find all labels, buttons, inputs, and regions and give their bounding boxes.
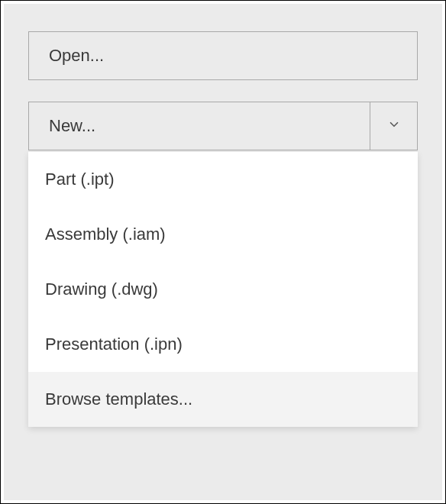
dropdown-item-label: Browse templates... (45, 389, 192, 409)
dropdown-item-label: Presentation (.ipn) (45, 334, 183, 354)
open-button[interactable]: Open... (28, 31, 418, 80)
chevron-down-icon (387, 118, 401, 134)
dropdown-item-presentation[interactable]: Presentation (.ipn) (28, 317, 418, 372)
dropdown-item-assembly[interactable]: Assembly (.iam) (28, 207, 418, 262)
new-button-label: New... (49, 116, 95, 136)
new-button-dropdown-toggle[interactable] (370, 102, 418, 150)
open-button-main[interactable]: Open... (28, 31, 418, 80)
panel: Open... New... Part (.ipt) Assembly (.ia… (4, 4, 442, 500)
new-button-main[interactable]: New... (28, 102, 370, 150)
dropdown-item-browse-templates[interactable]: Browse templates... (28, 372, 418, 427)
dropdown-item-drawing[interactable]: Drawing (.dwg) (28, 262, 418, 317)
dropdown-item-part[interactable]: Part (.ipt) (28, 152, 418, 207)
dropdown-item-label: Part (.ipt) (45, 170, 114, 189)
new-button[interactable]: New... (28, 102, 418, 150)
open-button-label: Open... (49, 46, 104, 66)
dropdown-item-label: Assembly (.iam) (45, 225, 166, 244)
new-dropdown-menu: Part (.ipt) Assembly (.iam) Drawing (.dw… (28, 152, 418, 427)
dropdown-item-label: Drawing (.dwg) (45, 279, 158, 299)
